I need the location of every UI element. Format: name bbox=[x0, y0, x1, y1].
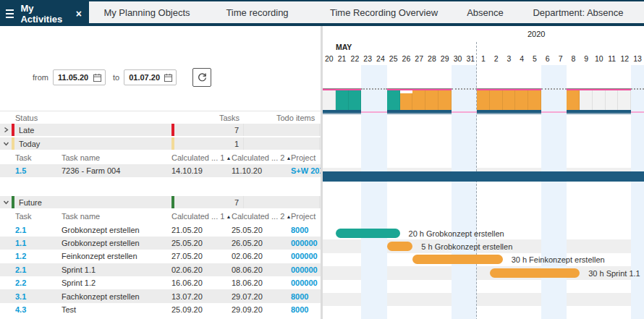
task-number-link[interactable]: 2.1 bbox=[15, 265, 62, 274]
timeline-day-label: 4 bbox=[515, 54, 528, 64]
project-link[interactable]: S+W 20X bbox=[291, 166, 321, 175]
calendar-icon[interactable] bbox=[164, 73, 173, 82]
calculated-date-1: 27.05.20 bbox=[171, 252, 232, 260]
chevron-down-icon[interactable] bbox=[0, 199, 12, 205]
calculated-date-2: 08.06.20 bbox=[232, 265, 291, 274]
refresh-button[interactable] bbox=[192, 68, 211, 87]
gantt-bar-label: 5 h Grobkonzept erstellen bbox=[421, 242, 512, 251]
grid-header-row: StatusTasksTodo items bbox=[0, 111, 321, 124]
project-link[interactable]: 000000 bbox=[291, 278, 321, 287]
tab-my-planning-objects[interactable]: My Planning Objects bbox=[89, 1, 205, 23]
weekend-stripe bbox=[374, 65, 387, 319]
group-status-bar bbox=[171, 137, 174, 150]
group-row-future[interactable]: Future7 bbox=[0, 196, 321, 210]
chevron-right-icon[interactable] bbox=[0, 127, 12, 133]
capacity-baseline bbox=[477, 113, 541, 114]
timeline-year-label: 2020 bbox=[528, 30, 545, 38]
column-header-calculated-2[interactable]: Calculated ... 2▲ bbox=[232, 212, 291, 221]
calculated-date-1: 13.07.20 bbox=[171, 292, 232, 301]
group-row-today[interactable]: Today1 bbox=[0, 137, 321, 151]
project-link[interactable]: 8000 bbox=[291, 226, 321, 234]
from-date-input[interactable] bbox=[58, 73, 93, 82]
from-label: from bbox=[33, 73, 48, 82]
table-row[interactable]: 1.57236 - Farm 00414.10.1911.10.20S+W 20… bbox=[0, 164, 321, 177]
close-icon[interactable]: × bbox=[76, 9, 82, 19]
weekend-stripe bbox=[631, 65, 644, 319]
project-link[interactable]: 8000 bbox=[291, 292, 321, 301]
task-number-link[interactable]: 2.1 bbox=[15, 226, 62, 234]
project-link[interactable]: 000000 bbox=[291, 239, 321, 247]
menu-icon[interactable] bbox=[6, 7, 14, 20]
capacity-bar-empty bbox=[323, 90, 336, 110]
calculated-date-2: 26.05.20 bbox=[232, 239, 291, 247]
task-number-link[interactable]: 4.3 bbox=[15, 305, 62, 314]
table-row[interactable]: 2.2Sprint 1.216.06.2018.06.20000000 bbox=[0, 276, 321, 289]
tab-time-recording-overview[interactable]: Time Recording Overview bbox=[310, 1, 458, 23]
gantt-task-bar[interactable] bbox=[412, 255, 502, 264]
tab-absence[interactable]: Absence bbox=[458, 1, 512, 23]
group-todo-count bbox=[244, 196, 320, 208]
task-number-link[interactable]: 2.2 bbox=[15, 278, 62, 287]
capacity-bar-orange bbox=[490, 90, 503, 110]
table-row[interactable]: 3.1Fachkonzept erstellen13.07.2029.07.20… bbox=[0, 289, 321, 302]
chevron-down-icon[interactable] bbox=[0, 140, 12, 147]
capacity-weekend-line bbox=[452, 111, 478, 113]
calendar-icon[interactable] bbox=[93, 73, 102, 82]
timeline-day-label: 10 bbox=[593, 54, 606, 64]
timeline-day-label: 9 bbox=[580, 54, 593, 64]
gantt-task-bar[interactable] bbox=[336, 229, 400, 238]
table-row[interactable]: 1.1Grobkonzept erstellen25.05.2026.05.20… bbox=[0, 237, 321, 250]
calculated-date-1: 25.05.20 bbox=[171, 239, 232, 247]
to-date-input[interactable] bbox=[129, 73, 164, 82]
task-number-link[interactable]: 1.5 bbox=[15, 166, 62, 175]
table-row[interactable]: 1.2Feinkonzept erstellen27.05.2002.06.20… bbox=[0, 250, 321, 263]
table-row[interactable]: 2.1Sprint 1.102.06.2008.06.20000000 bbox=[0, 263, 321, 276]
capacity-weekend-dotted-top bbox=[452, 88, 478, 90]
column-header-calculated-1[interactable]: Calculated ... 1▲ bbox=[171, 153, 232, 162]
column-header-calculated-2[interactable]: Calculated ... 2▲ bbox=[232, 153, 291, 162]
capacity-weekend-dotted-top bbox=[631, 88, 644, 90]
calculated-date-2: 11.10.20 bbox=[232, 166, 291, 175]
group-todo-count bbox=[244, 137, 320, 150]
left-panel: from to StatusTasksTodo itemsLate7Today1… bbox=[0, 26, 321, 319]
weekend-stripe bbox=[541, 65, 554, 319]
project-link[interactable]: 8000 bbox=[291, 305, 321, 314]
table-row[interactable]: 4.3Test25.09.2029.09.208000 bbox=[0, 303, 321, 316]
timeline-day-label: 28 bbox=[425, 54, 438, 64]
timeline-day-label: 1 bbox=[477, 54, 490, 64]
column-header-calculated-1[interactable]: Calculated ... 1▲ bbox=[171, 212, 232, 221]
group-todo-count bbox=[244, 124, 320, 136]
gantt-task-bar[interactable] bbox=[490, 268, 580, 278]
capacity-bar-orange bbox=[528, 90, 541, 110]
project-link[interactable]: 000000 bbox=[291, 252, 321, 260]
task-number-link[interactable]: 3.1 bbox=[15, 292, 62, 301]
capacity-bar-orange-short bbox=[400, 93, 413, 110]
timeline-day-label: 3 bbox=[503, 54, 516, 64]
task-number-link[interactable]: 1.1 bbox=[15, 239, 62, 247]
project-link[interactable]: 000000 bbox=[291, 265, 321, 274]
capacity-bar-teal bbox=[387, 90, 400, 110]
timeline-day-label: 29 bbox=[438, 54, 452, 64]
refresh-icon bbox=[197, 72, 208, 83]
timeline-day-label: 23 bbox=[361, 54, 374, 64]
sort-asc-icon: ▲ bbox=[286, 156, 291, 161]
gantt-bar-label: 30 h Sprint 1.1 bbox=[588, 269, 640, 278]
group-row-late[interactable]: Late7 bbox=[0, 124, 321, 137]
gantt-summary-bar[interactable] bbox=[323, 171, 644, 182]
group-status-bar bbox=[171, 196, 174, 208]
capacity-bar-empty bbox=[606, 90, 619, 110]
gantt-bar-label: 20 h Grobkonzept erstellen bbox=[409, 229, 504, 238]
gantt-task-bar[interactable] bbox=[387, 242, 413, 251]
task-name: Sprint 1.2 bbox=[62, 278, 171, 287]
tab-department-absence[interactable]: Department: Absence bbox=[512, 1, 644, 23]
task-number-link[interactable]: 1.2 bbox=[15, 252, 62, 260]
sort-asc-icon: ▲ bbox=[226, 156, 231, 161]
tab-time-recording[interactable]: Time recording bbox=[205, 1, 310, 23]
calculated-date-2: 18.06.20 bbox=[232, 278, 291, 287]
calculated-date-1: 16.06.20 bbox=[171, 278, 232, 287]
task-name: Grobkonzept erstellen bbox=[62, 226, 171, 234]
column-header-task: Task bbox=[15, 153, 62, 162]
table-row[interactable]: 2.1Grobkonzept erstellen21.05.2025.05.20… bbox=[0, 223, 321, 236]
tab-my-activities[interactable]: My Activities × bbox=[0, 1, 89, 26]
status-column-header: Status bbox=[15, 114, 171, 122]
